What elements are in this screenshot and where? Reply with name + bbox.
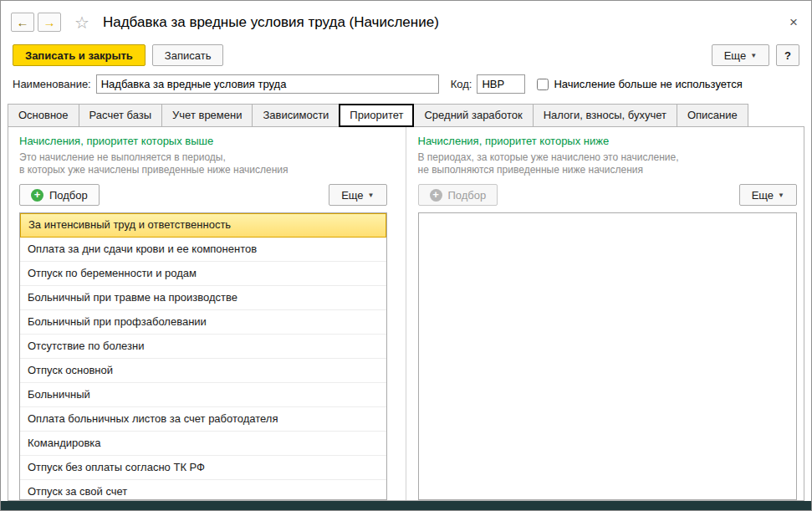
forward-arrow-icon: → (43, 15, 56, 29)
more-button-right-label: Еще (752, 189, 774, 202)
list-item[interactable]: За интенсивный труд и ответственность (20, 213, 386, 238)
save-button[interactable]: Записать (152, 44, 224, 66)
more-button-left-label: Еще (341, 189, 363, 202)
list-item[interactable]: Больничный при профзаболевании (20, 310, 386, 335)
back-button[interactable]: ← (11, 13, 34, 32)
command-bar: Записать и закрыть Записать Еще ▼ ? (1, 39, 811, 74)
bottom-strip (1, 501, 811, 510)
pick-button-right-label: Подбор (448, 189, 487, 202)
forward-button[interactable]: → (38, 13, 61, 32)
tab-sredniy-zarabotok[interactable]: Средний заработок (413, 104, 533, 127)
list-item[interactable]: Оплата за дни сдачи крови и ее компонент… (20, 238, 386, 262)
plus-circle-icon: + (31, 189, 43, 202)
tab-opisanie[interactable]: Описание (677, 104, 748, 127)
not-used-label: Начисление больше не используется (554, 78, 742, 90)
code-label: Код: (451, 78, 472, 90)
lower-priority-actions: + Подбор Еще ▼ (418, 184, 798, 206)
back-arrow-icon: ← (17, 15, 29, 29)
list-item[interactable]: Отпуск за свой счет (20, 480, 386, 500)
list-item[interactable]: Командировка (20, 432, 386, 456)
tab-raschet-bazy[interactable]: Расчет базы (79, 104, 163, 127)
tab-uchet-vremeni[interactable]: Учет времени (161, 104, 253, 127)
more-button-left[interactable]: Еще ▼ (329, 184, 386, 206)
name-label: Наименование: (13, 78, 91, 90)
tab-osnovnoe[interactable]: Основное (8, 104, 79, 127)
more-button-right[interactable]: Еще ▼ (739, 184, 797, 206)
lower-priority-panel: Начисления, приоритет которых ниже В пер… (406, 127, 804, 500)
higher-priority-panel: Начисления, приоритет которых выше Это н… (8, 127, 406, 500)
chevron-down-icon: ▼ (778, 192, 784, 199)
priority-tab-page: Начисления, приоритет которых выше Это н… (8, 126, 804, 501)
code-input[interactable] (477, 74, 525, 94)
list-item[interactable]: Оплата больничных листов за счет работод… (20, 407, 386, 432)
save-and-close-button[interactable]: Записать и закрыть (13, 44, 146, 66)
tab-prioritet[interactable]: Приоритет (339, 104, 414, 127)
help-button[interactable]: ? (776, 44, 799, 66)
pick-button-right-disabled: + Подбор (418, 184, 498, 206)
page-title: Надбавка за вредные условия труда (Начис… (103, 14, 439, 31)
header-fields: Наименование: Код: Начисление больше не … (1, 74, 811, 102)
pick-button-left[interactable]: + Подбор (19, 184, 100, 206)
plus-circle-icon: + (430, 189, 442, 202)
pick-button-left-label: Подбор (49, 189, 88, 202)
lower-priority-list[interactable] (418, 212, 798, 500)
list-item[interactable]: Отпуск основной (20, 359, 386, 383)
list-item[interactable]: Отпуск без оплаты согласно ТК РФ (20, 456, 386, 480)
higher-priority-list: За интенсивный труд и ответственность Оп… (19, 212, 387, 500)
more-button-label: Еще (724, 49, 746, 62)
chevron-down-icon: ▼ (750, 52, 757, 59)
favorite-star-icon[interactable]: ☆ (74, 13, 89, 33)
titlebar: ← → ☆ Надбавка за вредные условия труда … (1, 1, 811, 39)
higher-priority-actions: + Подбор Еще ▼ (19, 184, 387, 206)
tab-bar: Основное Расчет базы Учет времени Зависи… (8, 104, 804, 127)
higher-priority-description: Это начисление не выполняется в периоды,… (19, 151, 387, 176)
list-item[interactable]: Больничный при травме на производстве (20, 286, 386, 310)
list-item[interactable]: Отсутствие по болезни (20, 335, 386, 359)
not-used-checkbox[interactable] (537, 79, 549, 90)
lower-priority-description: В периодах, за которые уже начислено это… (418, 151, 798, 176)
tab-zavisimosti[interactable]: Зависимости (252, 104, 340, 127)
name-input[interactable] (96, 74, 439, 94)
chevron-down-icon: ▼ (368, 192, 375, 199)
lower-priority-header: Начисления, приоритет которых ниже (418, 135, 798, 147)
higher-priority-header: Начисления, приоритет которых выше (19, 135, 387, 147)
close-icon[interactable]: × (789, 15, 798, 29)
list-item[interactable]: Больничный (20, 383, 386, 407)
list-item[interactable]: Отпуск по беременности и родам (20, 262, 386, 286)
window: ← → ☆ Надбавка за вредные условия труда … (0, 0, 812, 511)
tab-nalogi-vznosy[interactable]: Налоги, взносы, бухучет (533, 104, 677, 127)
more-button[interactable]: Еще ▼ (712, 44, 769, 66)
